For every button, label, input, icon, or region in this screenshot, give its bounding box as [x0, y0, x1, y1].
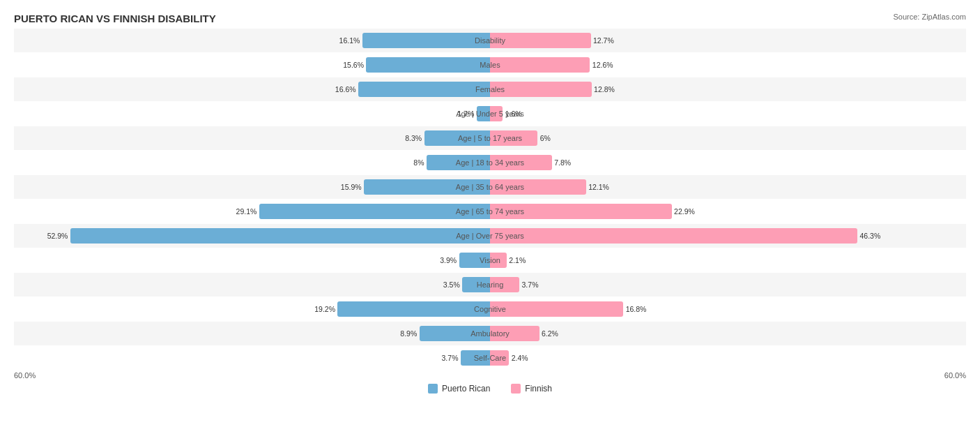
val-right: 6.2% [542, 329, 558, 338]
bar-row: 8.3%6%Age | 5 to 17 years [14, 126, 966, 150]
right-axis-label: 60.0% [944, 371, 966, 380]
bar-row: 8%7.8%Age | 18 to 34 years [14, 151, 966, 174]
chart-area: 16.1%12.7%Disability15.6%12.6%Males16.6%… [14, 29, 966, 370]
val-right: 46.3% [859, 232, 880, 240]
bar-row: 15.6%12.6%Males [14, 53, 966, 77]
left-axis-label: 60.0% [14, 371, 36, 380]
val-right: 12.1% [588, 183, 609, 191]
bar-row: 16.6%12.8%Females [14, 77, 966, 101]
bar-row: 15.9%12.1%Age | 35 to 64 years [14, 175, 966, 199]
val-right: 22.9% [674, 207, 695, 216]
bar-row: 52.9%46.3%Age | Over 75 years [14, 224, 966, 248]
bar-left [70, 228, 490, 244]
val-left: 15.9% [341, 183, 362, 191]
bar-right [490, 82, 592, 97]
center-label: Vision [480, 256, 500, 264]
center-label: Females [475, 85, 505, 93]
val-right: 2.4% [512, 354, 528, 362]
val-right: 12.6% [592, 61, 613, 69]
legend: Puerto Rican Finnish [14, 384, 966, 394]
chart-container: PUERTO RICAN VS FINNISH DISABILITY Sourc… [0, 0, 980, 427]
val-left: 8.3% [405, 134, 422, 142]
bar-row: 3.9%2.1%Vision [14, 248, 966, 272]
bar-row: 3.7%2.4%Self-Care [14, 346, 966, 370]
bar-row: 16.1%12.7%Disability [14, 29, 966, 52]
bar-row: 3.5%3.7%Hearing [14, 273, 966, 297]
axis-labels: 60.0% 60.0% [14, 371, 966, 380]
bar-row: 8.9%6.2%Ambulatory [14, 322, 966, 345]
center-label: Cognitive [474, 305, 506, 313]
bar-left [362, 33, 490, 48]
source-label: Source: ZipAtlas.com [893, 13, 966, 21]
center-label: Age | Under 5 years [456, 110, 524, 118]
val-left: 3.9% [440, 256, 457, 264]
val-right: 6% [540, 134, 551, 142]
bar-right [490, 301, 623, 317]
bar-left [358, 82, 490, 97]
val-left: 16.1% [339, 36, 360, 45]
val-right: 3.7% [522, 280, 539, 289]
val-left: 3.5% [443, 280, 460, 289]
val-left: 15.6% [343, 61, 364, 69]
legend-label-right: Finnish [525, 384, 552, 394]
val-right: 16.8% [626, 305, 647, 313]
val-left: 8.9% [400, 329, 417, 338]
center-label: Age | 35 to 64 years [456, 183, 524, 191]
val-right: 12.7% [593, 36, 614, 45]
val-left: 19.2% [314, 305, 335, 313]
center-label: Hearing [477, 280, 504, 289]
center-label: Age | 18 to 34 years [456, 158, 524, 167]
val-left: 3.7% [442, 354, 459, 362]
center-label: Age | 5 to 17 years [458, 134, 522, 142]
chart-title: PUERTO RICAN VS FINNISH DISABILITY [14, 13, 966, 24]
bar-right [490, 57, 590, 73]
val-left: 8% [413, 158, 424, 167]
val-right: 2.1% [509, 256, 526, 264]
center-label: Disability [475, 36, 505, 45]
center-label: Self-Care [474, 354, 506, 362]
bar-row: 19.2%16.8%Cognitive [14, 297, 966, 321]
center-label: Age | 65 to 74 years [456, 207, 524, 216]
bar-row: 1.7%1.6%Age | Under 5 years [14, 102, 966, 126]
bar-right [490, 228, 857, 244]
val-left: 16.6% [335, 85, 356, 93]
legend-box-right [511, 384, 521, 394]
legend-item-right: Finnish [511, 384, 552, 394]
center-label: Age | Over 75 years [456, 232, 524, 240]
bar-left [337, 301, 490, 317]
val-right: 12.8% [594, 85, 615, 93]
bar-row: 29.1%22.9%Age | 65 to 74 years [14, 200, 966, 223]
val-left: 29.1% [236, 207, 257, 216]
val-right: 7.8% [554, 158, 571, 167]
legend-box-left [428, 384, 438, 394]
val-left: 52.9% [47, 232, 68, 240]
legend-label-left: Puerto Rican [442, 384, 490, 394]
center-label: Ambulatory [470, 329, 510, 338]
bar-left [366, 57, 490, 73]
center-label: Males [480, 61, 500, 69]
legend-item-left: Puerto Rican [428, 384, 490, 394]
